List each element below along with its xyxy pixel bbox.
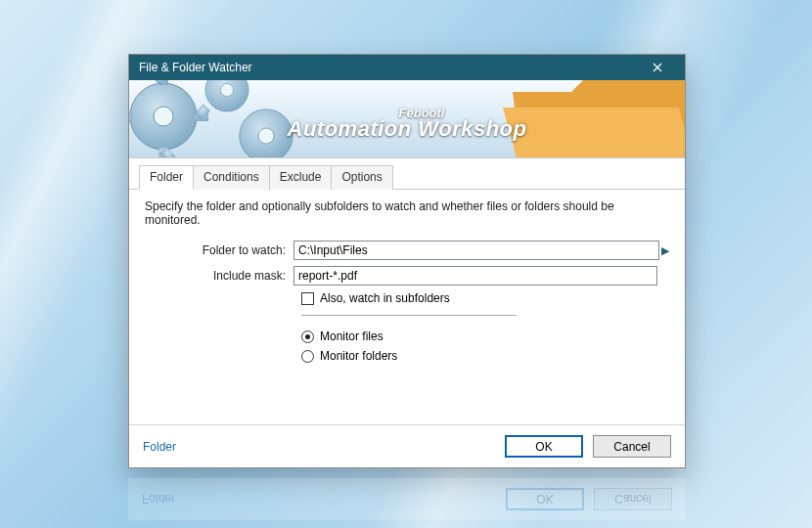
row-monitor-files: Monitor files — [301, 330, 669, 343]
monitor-files-radio[interactable] — [301, 330, 314, 343]
tab-exclude[interactable]: Exclude — [269, 165, 333, 190]
mask-input[interactable] — [293, 266, 657, 286]
tab-folder[interactable]: Folder — [139, 165, 194, 190]
dialog-footer: Folder OK Cancel — [129, 424, 685, 467]
tab-conditions[interactable]: Conditions — [193, 165, 270, 190]
mask-label: Include mask: — [145, 269, 293, 283]
subfolders-checkbox[interactable] — [301, 292, 314, 305]
monitor-folders-label: Monitor folders — [320, 349, 397, 363]
window-title: File & Folder Watcher — [139, 61, 638, 74]
subfolders-label: Also, watch in subfolders — [320, 291, 450, 305]
tab-options[interactable]: Options — [331, 165, 392, 190]
monitor-files-label: Monitor files — [320, 330, 383, 343]
close-icon — [653, 63, 662, 72]
pane-description: Specify the folder and optionally subfol… — [145, 199, 669, 227]
tab-pane-folder: Specify the folder and optionally subfol… — [129, 190, 685, 424]
svg-point-13 — [258, 128, 274, 144]
svg-marker-15 — [503, 108, 685, 158]
chevron-right-icon: ▶ — [661, 244, 669, 257]
titlebar: File & Folder Watcher — [129, 55, 685, 80]
dialog-window: File & Folder Watcher — [128, 54, 686, 468]
cancel-button[interactable]: Cancel — [593, 435, 671, 458]
status-link[interactable]: Folder — [143, 440, 495, 454]
folder-label: Folder to watch: — [145, 243, 293, 257]
folder-input[interactable] — [293, 241, 659, 260]
monitor-folders-radio[interactable] — [301, 350, 314, 363]
gears-icon — [129, 80, 344, 158]
ok-button[interactable]: OK — [505, 435, 583, 458]
close-button[interactable] — [638, 58, 677, 77]
svg-point-11 — [221, 84, 234, 97]
row-folder-to-watch: Folder to watch: ▶ — [145, 241, 669, 260]
separator — [301, 315, 517, 316]
row-include-mask: Include mask: — [145, 266, 669, 286]
row-subfolders: Also, watch in subfolders — [301, 291, 669, 305]
tab-bar: Folder Conditions Exclude Options — [129, 158, 685, 190]
folder-icon — [503, 80, 685, 158]
reflection: Folder OK Cancel — [128, 472, 686, 521]
row-monitor-folders: Monitor folders — [301, 349, 669, 363]
svg-point-1 — [154, 107, 173, 126]
banner: Febooti Automation Workshop — [129, 80, 685, 158]
folder-browse-button[interactable]: ▶ — [659, 241, 669, 260]
